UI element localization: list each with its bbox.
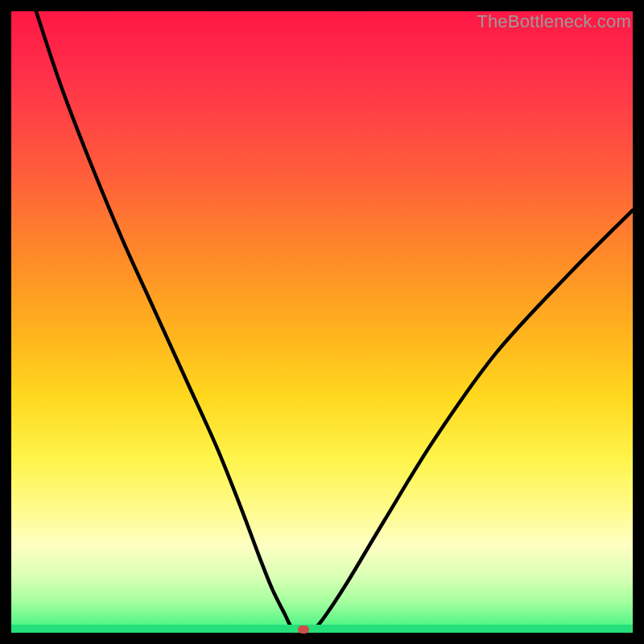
green-baseline-band <box>11 625 633 633</box>
plot-area <box>11 11 633 633</box>
chart-frame: TheBottleneck.com <box>11 11 633 633</box>
watermark-text: TheBottleneck.com <box>477 11 631 32</box>
bottleneck-curve <box>11 11 633 633</box>
optimum-marker <box>298 625 309 634</box>
